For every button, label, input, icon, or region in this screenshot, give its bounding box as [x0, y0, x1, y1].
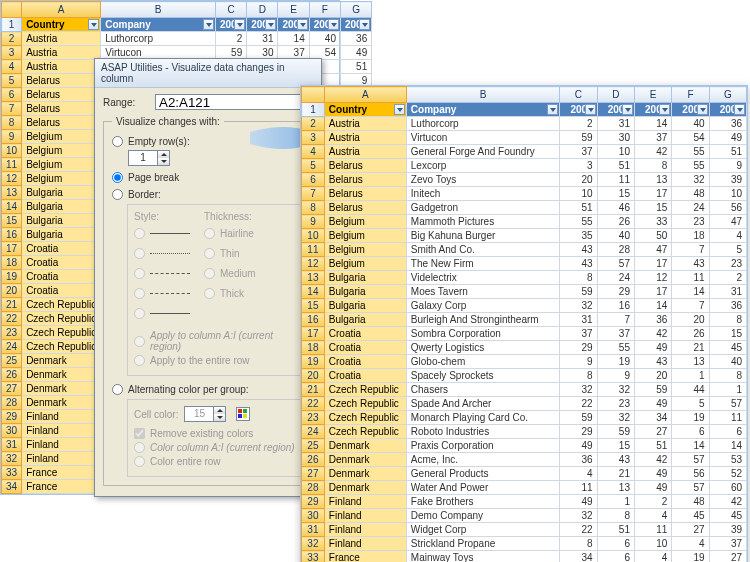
- header-cell-year[interactable]: 2009: [340, 18, 371, 32]
- cell-country[interactable]: Austria: [22, 60, 101, 74]
- cell-value[interactable]: 1: [597, 495, 634, 509]
- cell-value[interactable]: 43: [634, 355, 671, 369]
- row-number[interactable]: 21: [302, 383, 325, 397]
- cell-value[interactable]: 60: [709, 481, 746, 495]
- cell-country[interactable]: Bulgaria: [324, 299, 406, 313]
- cell-country[interactable]: Belgium: [324, 257, 406, 271]
- cell-value[interactable]: 23: [709, 257, 746, 271]
- cell-value[interactable]: 57: [672, 453, 709, 467]
- row-number[interactable]: 20: [302, 369, 325, 383]
- cell-country[interactable]: Czech Republic: [22, 326, 101, 340]
- cell-company[interactable]: Luthorcorp: [101, 32, 216, 46]
- radio-border[interactable]: [112, 189, 123, 200]
- row-number[interactable]: 2: [302, 117, 325, 131]
- cell-value[interactable]: 34: [634, 411, 671, 425]
- col-header[interactable]: D: [247, 2, 278, 18]
- cell-country[interactable]: Denmark: [22, 354, 101, 368]
- cell-company[interactable]: Sombra Corporation: [406, 327, 560, 341]
- row-number[interactable]: 11: [2, 158, 22, 172]
- cell-value[interactable]: 19: [672, 411, 709, 425]
- cell-value[interactable]: 36: [709, 299, 746, 313]
- cell-value[interactable]: 45: [672, 509, 709, 523]
- cell-country[interactable]: Denmark: [324, 467, 406, 481]
- cell-value[interactable]: 57: [709, 397, 746, 411]
- cell-country[interactable]: Belarus: [22, 88, 101, 102]
- row-number[interactable]: 7: [2, 102, 22, 116]
- cell-value[interactable]: 14: [634, 117, 671, 131]
- cell-value[interactable]: 48: [672, 187, 709, 201]
- select-all-corner[interactable]: [302, 87, 325, 103]
- row-number[interactable]: 5: [302, 159, 325, 173]
- dialog-titlebar[interactable]: ASAP Utilities - Visualize data changes …: [95, 59, 321, 88]
- select-all-corner[interactable]: [2, 2, 22, 18]
- row-number[interactable]: 13: [2, 186, 22, 200]
- cell-value[interactable]: 51: [340, 60, 371, 74]
- col-header[interactable]: E: [278, 2, 309, 18]
- header-cell-year[interactable]: 2006: [247, 18, 278, 32]
- cell-value[interactable]: 8: [597, 509, 634, 523]
- cell-company[interactable]: Burleigh And Stronginthearm: [406, 313, 560, 327]
- cell-value[interactable]: 42: [634, 453, 671, 467]
- header-cell-company[interactable]: Company: [406, 103, 560, 117]
- row-number[interactable]: 9: [2, 130, 22, 144]
- cell-value[interactable]: 9: [709, 159, 746, 173]
- col-header[interactable]: A: [22, 2, 101, 18]
- cell-value[interactable]: 37: [634, 131, 671, 145]
- cell-country[interactable]: Belarus: [324, 187, 406, 201]
- row-number[interactable]: 31: [302, 523, 325, 537]
- row-number[interactable]: 16: [2, 228, 22, 242]
- cell-value[interactable]: 32: [597, 383, 634, 397]
- cell-value[interactable]: 4: [709, 229, 746, 243]
- row-number[interactable]: 22: [2, 312, 22, 326]
- row-number[interactable]: 14: [302, 285, 325, 299]
- filter-icon[interactable]: [328, 19, 339, 30]
- row-number[interactable]: 13: [302, 271, 325, 285]
- row-number[interactable]: 6: [2, 88, 22, 102]
- cell-value[interactable]: 22: [560, 523, 597, 537]
- cell-value[interactable]: 9: [597, 369, 634, 383]
- cell-value[interactable]: 5: [709, 243, 746, 257]
- cell-country[interactable]: Czech Republic: [324, 425, 406, 439]
- cell-value[interactable]: 11: [709, 411, 746, 425]
- cell-country[interactable]: Bulgaria: [22, 228, 101, 242]
- row-number[interactable]: 24: [302, 425, 325, 439]
- row-number[interactable]: 14: [2, 200, 22, 214]
- row-number[interactable]: 26: [2, 368, 22, 382]
- row-number[interactable]: 28: [302, 481, 325, 495]
- cell-country[interactable]: Belgium: [22, 158, 101, 172]
- cell-value[interactable]: 26: [597, 215, 634, 229]
- cell-value[interactable]: 13: [672, 355, 709, 369]
- cell-value[interactable]: 17: [634, 285, 671, 299]
- col-header[interactable]: B: [101, 2, 216, 18]
- cell-country[interactable]: Belarus: [324, 159, 406, 173]
- cell-value[interactable]: 24: [672, 201, 709, 215]
- row-number[interactable]: 5: [2, 74, 22, 88]
- cell-value[interactable]: 32: [560, 299, 597, 313]
- filter-icon[interactable]: [265, 19, 276, 30]
- cell-country[interactable]: Finland: [324, 523, 406, 537]
- cell-value[interactable]: 37: [560, 145, 597, 159]
- filter-icon[interactable]: [203, 19, 214, 30]
- cell-value[interactable]: 55: [672, 145, 709, 159]
- header-cell-year[interactable]: 2005: [560, 103, 597, 117]
- row-number[interactable]: 12: [302, 257, 325, 271]
- row-number[interactable]: 22: [302, 397, 325, 411]
- cell-value[interactable]: 47: [709, 215, 746, 229]
- cell-value[interactable]: 28: [597, 243, 634, 257]
- header-cell-year[interactable]: 2008: [309, 18, 340, 32]
- cell-value[interactable]: 48: [672, 495, 709, 509]
- col-header[interactable]: C: [560, 87, 597, 103]
- cell-country[interactable]: France: [22, 466, 101, 480]
- cell-value[interactable]: 51: [634, 439, 671, 453]
- header-cell-year[interactable]: 2008: [672, 103, 709, 117]
- row-number[interactable]: 30: [302, 509, 325, 523]
- header-cell-year[interactable]: 2007: [278, 18, 309, 32]
- col-header[interactable]: D: [597, 87, 634, 103]
- cell-value[interactable]: 14: [278, 32, 309, 46]
- cell-value[interactable]: 42: [709, 495, 746, 509]
- cell-value[interactable]: 30: [597, 131, 634, 145]
- cell-value[interactable]: 51: [597, 523, 634, 537]
- cell-country[interactable]: Finland: [324, 495, 406, 509]
- cell-company[interactable]: Videlectrix: [406, 271, 560, 285]
- cell-value[interactable]: 19: [672, 551, 709, 563]
